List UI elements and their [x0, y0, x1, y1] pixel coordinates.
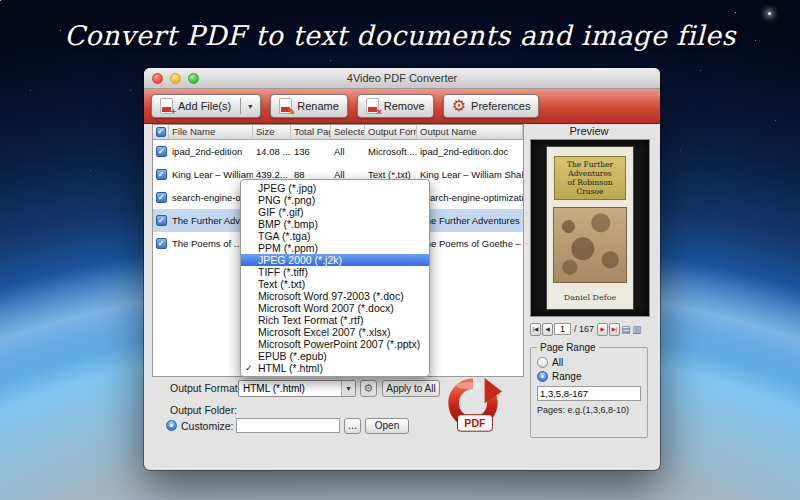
remove-button[interactable]: × Remove [357, 94, 434, 118]
book-title-line1: The Further Adventures [557, 160, 623, 178]
preferences-button[interactable]: ⚙ Preferences [443, 94, 540, 118]
apply-to-all-button[interactable]: Apply to All [382, 380, 440, 397]
cell-selected: All [331, 146, 365, 157]
select-all-checkbox[interactable]: ✓ [156, 127, 166, 137]
remove-label: Remove [384, 100, 425, 112]
toolbar: + Add File(s) ▾ ✎ Rename × Remove ⚙ Pref… [144, 89, 660, 124]
preview-pane: The Further Adventures of Robinson Cruso… [530, 139, 650, 317]
pdf-rename-icon: ✎ [279, 98, 292, 114]
cell-file-name: King Lear – William S... [169, 169, 253, 180]
thumbnail-view-icon[interactable]: ▤ [621, 323, 631, 336]
row-checkbox[interactable]: ✓ [156, 169, 167, 180]
check-icon: ✓ [158, 171, 165, 179]
add-files-label: Add File(s) [178, 100, 231, 112]
tool-icon: ⚙ [364, 382, 374, 394]
cell-output-name: The Further Adventures of ... [417, 215, 523, 226]
cell-output-format: Microsoft ... [365, 146, 417, 157]
page-view-icon[interactable]: ▥ [632, 323, 642, 336]
format-menu-item[interactable]: BMP (*.bmp) [241, 218, 429, 230]
next-page-button[interactable]: ▶ [597, 323, 608, 336]
check-icon: ✓ [245, 362, 258, 374]
add-files-button[interactable]: + Add File(s) ▾ [151, 94, 261, 118]
page-range-input[interactable] [537, 386, 641, 401]
check-icon: ✓ [158, 194, 165, 202]
format-menu-item[interactable]: PNG (*.png) [241, 194, 429, 206]
bright-star-decoration [768, 12, 771, 15]
page-range-group: Page Range All Range Pages: e.g.(1,3,6,8… [530, 342, 648, 438]
table-row[interactable]: ✓ ipad_2nd-edition 14.08 ... 136 All Mic… [153, 140, 523, 163]
first-page-button[interactable]: |◀ [530, 323, 541, 336]
desktop-background: Convert PDF to text documents and image … [0, 0, 800, 500]
stars-decoration [0, 0, 1, 1]
page-range-hint: Pages: e.g.(1,3,6,8-10) [537, 405, 641, 415]
customize-radio[interactable] [166, 420, 177, 431]
row-checkbox[interactable]: ✓ [156, 192, 167, 203]
table-header: ✓ File Name Size Total Pag Selected Outp… [153, 125, 523, 140]
tagline: Convert PDF to text documents and image … [0, 20, 800, 51]
output-format-value: HTML (*.html) [239, 381, 341, 396]
rename-button[interactable]: ✎ Rename [270, 94, 348, 118]
row-checkbox[interactable]: ✓ [156, 146, 167, 157]
output-folder-input[interactable] [236, 418, 340, 433]
format-menu-item[interactable]: TGA (*.tga) [241, 230, 429, 242]
preferences-label: Preferences [471, 100, 530, 112]
chevron-down-icon[interactable]: ▾ [248, 102, 252, 111]
row-checkbox[interactable]: ✓ [156, 215, 167, 226]
cell-total-pages: 136 [291, 146, 331, 157]
format-menu-item[interactable]: Rich Text Format (*.rtf) [241, 314, 429, 326]
book-title: The Further Adventures of Robinson Cruso… [554, 156, 626, 200]
column-header-total-pages[interactable]: Total Pag [291, 125, 331, 139]
output-folder-label: Output Folder: [170, 404, 237, 416]
book-cover-map-image [553, 207, 627, 283]
gear-icon: ⚙ [452, 98, 466, 114]
format-menu-item[interactable]: GIF (*.gif) [241, 206, 429, 218]
book-author: Daniel Defoe [564, 293, 616, 302]
format-menu-item[interactable]: TIFF (*.tiff) [241, 266, 429, 278]
format-menu-item-highlighted[interactable]: JPEG 2000 (*.j2k) [241, 254, 429, 266]
preview-panel-label: Preview [528, 125, 650, 137]
rename-label: Rename [297, 100, 339, 112]
cell-output-name: search-engine-optimization... [417, 192, 523, 203]
previous-page-button[interactable]: ◀ [542, 323, 553, 336]
pdf-converter-emblem: PDF [444, 376, 502, 438]
preview-navigation: |◀ ◀ / 167 ▶ ▶| ▤ ▥ [530, 322, 650, 336]
titlebar[interactable]: 4Video PDF Converter [144, 68, 660, 89]
format-menu-item[interactable]: Text (*.txt) [241, 278, 429, 290]
all-pages-radio[interactable] [537, 357, 548, 368]
cell-output-name: ipad_2nd-edition.doc [417, 146, 523, 157]
format-menu-item[interactable]: Microsoft Word 2007 (*.docx) [241, 302, 429, 314]
last-page-icon: ▶| [612, 326, 618, 332]
format-menu-item[interactable]: Microsoft PowerPoint 2007 (*.pptx) [241, 338, 429, 350]
range-label: Range [552, 371, 581, 382]
check-icon: ✓ [158, 240, 165, 248]
first-page-icon: |◀ [533, 326, 539, 332]
cell-size: 14.08 ... [253, 146, 291, 157]
open-button[interactable]: Open [365, 418, 409, 434]
column-header-output-format[interactable]: Output Forma [365, 125, 417, 139]
format-settings-button[interactable]: ⚙ [360, 380, 377, 397]
next-page-icon: ▶ [600, 326, 604, 332]
column-header-output-name[interactable]: Output Name [417, 125, 523, 139]
row-checkbox[interactable]: ✓ [156, 238, 167, 249]
check-icon: ✓ [158, 148, 165, 156]
format-menu-item[interactable]: Microsoft Excel 2007 (*.xlsx) [241, 326, 429, 338]
check-icon: ✓ [158, 217, 165, 225]
column-header-selected[interactable]: Selected [331, 125, 365, 139]
column-header-size[interactable]: Size [253, 125, 291, 139]
cell-output-name: The Poems of Goethe – Joh... [417, 238, 523, 249]
book-title-line2: of Robinson Crusoe [557, 178, 623, 196]
browse-button[interactable]: … [344, 418, 361, 434]
output-format-select[interactable]: HTML (*.html) ▾ [238, 380, 356, 397]
range-radio[interactable] [537, 371, 548, 382]
total-pages-label: / 167 [572, 324, 596, 334]
format-menu-item[interactable]: JPEG (*.jpg) [241, 182, 429, 194]
page-range-legend: Page Range [537, 342, 599, 353]
customize-label: Customize: [181, 420, 234, 432]
format-menu-item[interactable]: PPM (*.ppm) [241, 242, 429, 254]
last-page-button[interactable]: ▶| [609, 323, 620, 336]
column-header-file-name[interactable]: File Name [169, 125, 253, 139]
format-menu-item[interactable]: EPUB (*.epub) [241, 350, 429, 362]
current-page-input[interactable] [554, 323, 571, 335]
format-menu-item[interactable]: Microsoft Word 97-2003 (*.doc) [241, 290, 429, 302]
format-menu-item-checked[interactable]: ✓ HTML (*.html) [241, 362, 429, 374]
